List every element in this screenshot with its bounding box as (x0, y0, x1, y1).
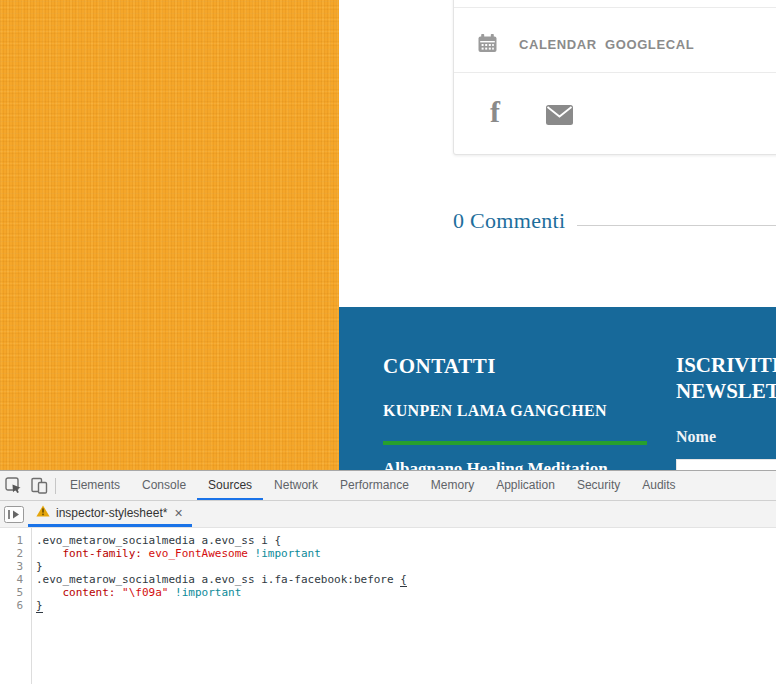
close-icon[interactable]: × (173, 506, 183, 520)
card-row-social-share: f (454, 72, 776, 152)
calendar-link[interactable]: CALENDAR (519, 37, 597, 52)
calendar-icon (478, 34, 497, 57)
source-code-editor[interactable]: 123456 .evo_metarow_socialmedia a.evo_ss… (0, 528, 776, 684)
device-toolbar-icon[interactable] (26, 471, 52, 500)
event-detail-card: CALENDAR GOOGLECAL f (453, 0, 776, 155)
comments-section: 0 Commenti (453, 208, 776, 244)
footer-newsletter-title: ISCRIVITI NEWSLETTER (676, 352, 776, 404)
devtools-tab-sources[interactable]: Sources (197, 471, 263, 500)
line-number: 1 (0, 534, 23, 547)
show-navigator-icon[interactable] (0, 501, 28, 527)
line-number-gutter: 123456 (0, 528, 32, 684)
line-number: 4 (0, 573, 23, 586)
file-tab-label: inspector-stylesheet* (56, 506, 167, 520)
webpage-viewport: CALENDAR GOOGLECAL f 0 Commenti CONTATTI… (0, 0, 776, 470)
card-row-cropped (454, 0, 776, 7)
facebook-share-link[interactable]: f (490, 95, 514, 129)
devtools-tab-security[interactable]: Security (566, 471, 631, 500)
inspect-element-icon[interactable] (0, 471, 26, 500)
css-source-code[interactable]: .evo_metarow_socialmedia a.evo_ss i { fo… (32, 528, 776, 684)
devtools-tab-console[interactable]: Console (131, 471, 197, 500)
devtools-tab-application[interactable]: Application (485, 471, 566, 500)
newsletter-name-input[interactable] (676, 459, 776, 470)
footer-contacts-title: CONTATTI (383, 354, 496, 379)
devtools-tab-memory[interactable]: Memory (420, 471, 485, 500)
comments-divider-line (577, 225, 776, 226)
email-share-link[interactable] (546, 105, 573, 129)
line-number: 6 (0, 599, 23, 612)
page-footer: CONTATTI KUNPEN LAMA GANGCHEN Albagnano … (339, 307, 776, 470)
devtools-tab-performance[interactable]: Performance (329, 471, 420, 500)
devtools-main-toolbar: ElementsConsoleSourcesNetworkPerformance… (0, 471, 776, 501)
devtools-tab-strip: ElementsConsoleSourcesNetworkPerformance… (59, 471, 687, 500)
line-number: 5 (0, 586, 23, 599)
facebook-icon: f (490, 95, 500, 128)
devtools-tab-network[interactable]: Network (263, 471, 329, 500)
line-number: 3 (0, 560, 23, 573)
toolbar-separator (55, 478, 56, 494)
devtools-tab-elements[interactable]: Elements (59, 471, 131, 500)
warning-icon (36, 505, 50, 520)
orange-texture-background (0, 0, 339, 470)
footer-organization-name: Albagnano Healing Meditation (383, 459, 608, 470)
sources-file-tab-bar: inspector-stylesheet* × (0, 501, 776, 528)
card-row-calendar-links: CALENDAR GOOGLECAL (454, 7, 776, 72)
line-number: 2 (0, 547, 23, 560)
file-tab-inspector-stylesheet[interactable]: inspector-stylesheet* × (28, 501, 192, 527)
newsletter-name-label: Nome (676, 428, 716, 446)
devtools-panel: ElementsConsoleSourcesNetworkPerformance… (0, 470, 776, 684)
googlecal-link[interactable]: GOOGLECAL (605, 37, 694, 52)
comments-count-heading: 0 Commenti (453, 208, 776, 234)
devtools-tab-audits[interactable]: Audits (631, 471, 686, 500)
newsletter-title-line1: ISCRIVITI (676, 352, 776, 378)
footer-contact-name: KUNPEN LAMA GANGCHEN (383, 402, 607, 420)
footer-green-divider (383, 441, 647, 445)
newsletter-title-line2: NEWSLETTER (676, 378, 776, 404)
email-envelope-icon (546, 111, 573, 128)
